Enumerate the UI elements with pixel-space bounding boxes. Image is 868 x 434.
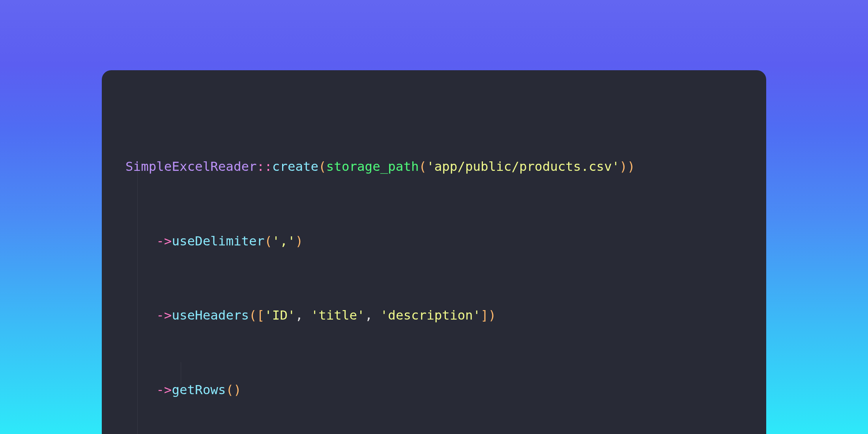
token-bracket: [: [257, 308, 265, 323]
code-line: [125, 418, 743, 434]
token-comma: ,: [296, 308, 311, 323]
token-paren: ): [627, 159, 635, 174]
indent-guide-inner: [181, 362, 181, 384]
token-paren: ): [296, 234, 303, 249]
token-string: 'ID': [264, 308, 295, 323]
token-paren: (: [226, 382, 234, 397]
token-string: 'app/public/products.csv': [427, 159, 619, 174]
token-paren: ): [234, 382, 241, 397]
token-paren: ): [488, 308, 496, 323]
code-line: SimpleExcelReader::create(storage_path('…: [125, 157, 743, 176]
token-paren: (: [318, 159, 326, 174]
token-method: useDelimiter: [172, 234, 264, 249]
indent-guide: [137, 165, 138, 434]
token-string: 'description': [380, 308, 481, 323]
token-arrow: ->: [156, 308, 172, 323]
token-class: SimpleExcelReader: [125, 159, 257, 174]
code-line: ->useHeaders(['ID', 'title', 'descriptio…: [125, 306, 743, 325]
code-panel: SimpleExcelReader::create(storage_path('…: [102, 70, 766, 434]
token-method: getRows: [172, 382, 226, 397]
code-line: [125, 195, 743, 213]
token-comma: ,: [365, 308, 380, 323]
token-arrow: ->: [156, 234, 172, 249]
token-method: useHeaders: [172, 308, 249, 323]
token-paren: ): [619, 159, 627, 174]
code-line: ->useDelimiter(','): [125, 232, 743, 251]
token-paren: (: [419, 159, 427, 174]
token-paren: (: [249, 308, 257, 323]
token-string: 'title': [311, 308, 365, 323]
token-func: storage_path: [326, 159, 419, 174]
token-paren: (: [264, 234, 272, 249]
token-string: ',': [272, 234, 296, 249]
code-line: [125, 344, 743, 362]
token-method: create: [272, 159, 318, 174]
token-bracket: ]: [481, 308, 488, 323]
code-line: [125, 269, 743, 288]
token-operator: ::: [257, 159, 272, 174]
token-arrow: ->: [156, 382, 172, 397]
code-line: ->getRows(): [125, 381, 743, 399]
